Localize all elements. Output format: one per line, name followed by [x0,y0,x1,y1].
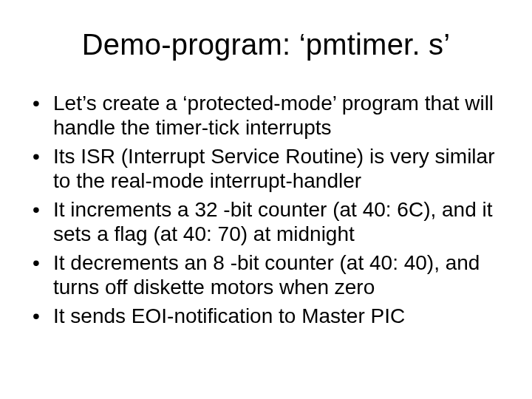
slide: Demo-program: ‘pmtimer. s’ Let’s create … [0,0,532,399]
list-item: It sends EOI-notification to Master PIC [28,304,504,328]
slide-title: Demo-program: ‘pmtimer. s’ [24,28,508,61]
list-item: Let’s create a ‘protected-mode’ program … [28,91,504,140]
list-item: It decrements an 8 -bit counter (at 40: … [28,250,504,299]
bullet-list: Let’s create a ‘protected-mode’ program … [24,91,508,328]
list-item: It increments a 32 -bit counter (at 40: … [28,197,504,246]
list-item: Its ISR (Interrupt Service Routine) is v… [28,144,504,193]
